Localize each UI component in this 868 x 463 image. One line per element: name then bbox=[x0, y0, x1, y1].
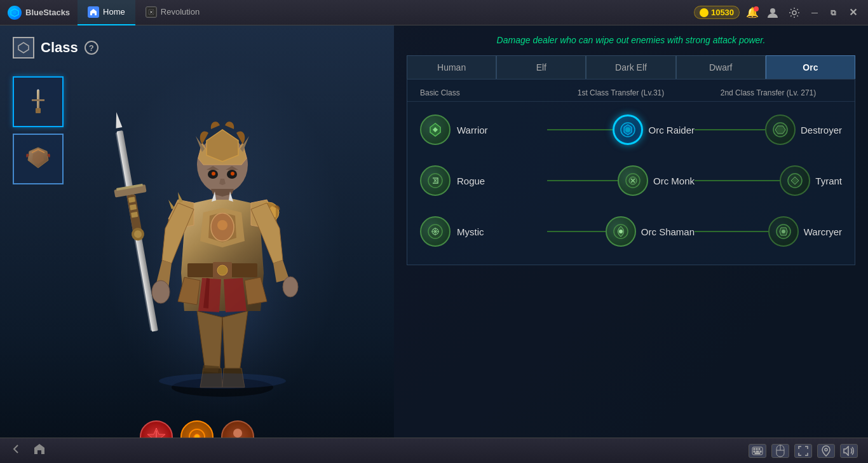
volume-icon[interactable] bbox=[840, 444, 858, 458]
table-headers: Basic Class 1st Class Transfer (Lv.31) 2… bbox=[407, 85, 855, 102]
svg-rect-61 bbox=[759, 448, 760, 450]
first-transfer-warrior: Orc Raider bbox=[547, 114, 695, 145]
svg-rect-60 bbox=[756, 448, 757, 450]
tab-dwarf[interactable]: Dwarf bbox=[676, 55, 766, 79]
class-table: Basic Class 1st Class Transfer (Lv.31) 2… bbox=[407, 79, 855, 265]
orc-raider-circle[interactable] bbox=[613, 114, 643, 145]
warrior-name: Warrior bbox=[457, 125, 488, 135]
notification-bell[interactable]: 🔔 bbox=[746, 6, 759, 18]
orc-monk-circle[interactable] bbox=[618, 165, 648, 196]
taskbar-right bbox=[749, 444, 858, 458]
tab-elf[interactable]: Elf bbox=[496, 55, 586, 79]
back-icon[interactable] bbox=[10, 443, 23, 459]
restore-button[interactable]: ⧉ bbox=[827, 8, 839, 17]
col-second: 2nd Class Transfer (Lv. 271) bbox=[695, 88, 842, 97]
svg-point-34 bbox=[212, 172, 215, 176]
svg-rect-18 bbox=[130, 204, 137, 211]
first-transfer-rogue: Orc Monk bbox=[547, 165, 695, 196]
home-tab-label: Home bbox=[103, 7, 125, 17]
svg-rect-17 bbox=[128, 197, 135, 203]
svg-rect-62 bbox=[754, 451, 755, 452]
second-transfer-tyrant: Tyrant bbox=[695, 165, 842, 196]
profile-icon[interactable] bbox=[765, 5, 780, 20]
destroyer-name: Destroyer bbox=[801, 125, 842, 135]
close-button[interactable]: ✕ bbox=[846, 6, 860, 18]
titlebar-controls: 10530 🔔 ─ ⧉ ✕ bbox=[686, 5, 868, 20]
rogue-circle[interactable] bbox=[420, 165, 451, 196]
tyrant-name: Tyrant bbox=[815, 176, 842, 186]
class-icon-box bbox=[13, 37, 34, 59]
svg-marker-1 bbox=[13, 11, 17, 15]
bluestacks-icon bbox=[8, 6, 22, 20]
orc-shaman-name: Orc Shaman bbox=[641, 226, 695, 237]
svg-rect-65 bbox=[755, 453, 760, 454]
left-panel: Class ? bbox=[0, 25, 394, 463]
tab-bar: Home Revolution bbox=[78, 0, 686, 25]
character-area bbox=[51, 57, 394, 425]
taskbar-left bbox=[10, 443, 46, 459]
warcryer-name: Warcryer bbox=[804, 226, 842, 237]
settings-icon[interactable] bbox=[787, 5, 802, 20]
connector-line bbox=[547, 129, 613, 130]
connector-line3 bbox=[547, 180, 618, 181]
app-logo: BlueStacks bbox=[0, 6, 78, 20]
warrior-node: Warrior bbox=[420, 114, 547, 145]
svg-marker-13 bbox=[113, 111, 122, 128]
right-panel: Damage dealer who can wipe out enemies w… bbox=[394, 25, 868, 463]
tab-dark-elf[interactable]: Dark Elf bbox=[586, 55, 675, 79]
tab-human[interactable]: Human bbox=[407, 55, 496, 79]
svg-point-26 bbox=[283, 277, 298, 297]
svg-point-42 bbox=[625, 127, 630, 132]
svg-point-23 bbox=[217, 220, 227, 230]
orc-shaman-circle[interactable] bbox=[606, 216, 636, 247]
home-tab-icon bbox=[88, 6, 99, 18]
class-description: Damage dealer who can wipe out enemies w… bbox=[407, 35, 855, 45]
tyrant-circle[interactable] bbox=[780, 165, 810, 196]
coin-amount: 10530 bbox=[711, 8, 734, 17]
svg-point-29 bbox=[217, 265, 227, 275]
coin-icon bbox=[700, 8, 709, 17]
second-transfer-warcryer: Warcryer bbox=[695, 216, 842, 247]
warrior-circle[interactable] bbox=[420, 114, 451, 145]
connector-line6 bbox=[695, 231, 768, 232]
mouse-icon[interactable] bbox=[771, 444, 789, 458]
tab-revolution[interactable]: Revolution bbox=[135, 0, 210, 25]
svg-point-3 bbox=[770, 8, 775, 13]
titlebar: BlueStacks Home Revolution 105 bbox=[0, 0, 868, 25]
svg-rect-59 bbox=[754, 448, 755, 450]
svg-rect-64 bbox=[760, 451, 761, 452]
minimize-button[interactable]: ─ bbox=[808, 8, 821, 18]
svg-rect-19 bbox=[131, 212, 138, 218]
location-icon[interactable] bbox=[817, 444, 835, 458]
tab-orc[interactable]: Orc bbox=[766, 55, 855, 79]
mystic-node: Mystic bbox=[420, 216, 547, 247]
connector-line5 bbox=[547, 231, 606, 232]
svg-marker-7 bbox=[37, 89, 39, 90]
tab-home[interactable]: Home bbox=[78, 0, 135, 25]
destroyer-circle[interactable] bbox=[765, 114, 796, 145]
home-icon[interactable] bbox=[33, 443, 46, 459]
second-transfer-destroyer: Destroyer bbox=[695, 114, 842, 145]
warcryer-circle[interactable] bbox=[768, 216, 799, 247]
character-svg bbox=[108, 76, 337, 406]
svg-rect-63 bbox=[756, 451, 759, 452]
table-row: Mystic Orc Shaman bbox=[407, 209, 855, 254]
svg-rect-6 bbox=[32, 99, 44, 101]
main-content: Class ? bbox=[0, 25, 868, 463]
svg-point-36 bbox=[159, 373, 286, 389]
svg-point-25 bbox=[152, 280, 170, 303]
class-header: Class ? bbox=[13, 37, 98, 59]
help-button[interactable]: ? bbox=[85, 41, 98, 55]
character-figure bbox=[102, 60, 343, 422]
brand-name: BlueStacks bbox=[25, 8, 70, 17]
mystic-circle[interactable] bbox=[420, 216, 451, 247]
table-row: Warrior Orc Raider bbox=[407, 107, 855, 153]
fullscreen-icon[interactable] bbox=[794, 444, 812, 458]
svg-point-40 bbox=[233, 429, 242, 438]
keyboard-icon[interactable] bbox=[749, 444, 766, 458]
svg-point-57 bbox=[782, 230, 785, 233]
col-basic: Basic Class bbox=[420, 88, 547, 97]
orc-raider-name: Orc Raider bbox=[648, 125, 695, 135]
orc-monk-name: Orc Monk bbox=[653, 176, 695, 186]
svg-point-55 bbox=[619, 230, 623, 233]
